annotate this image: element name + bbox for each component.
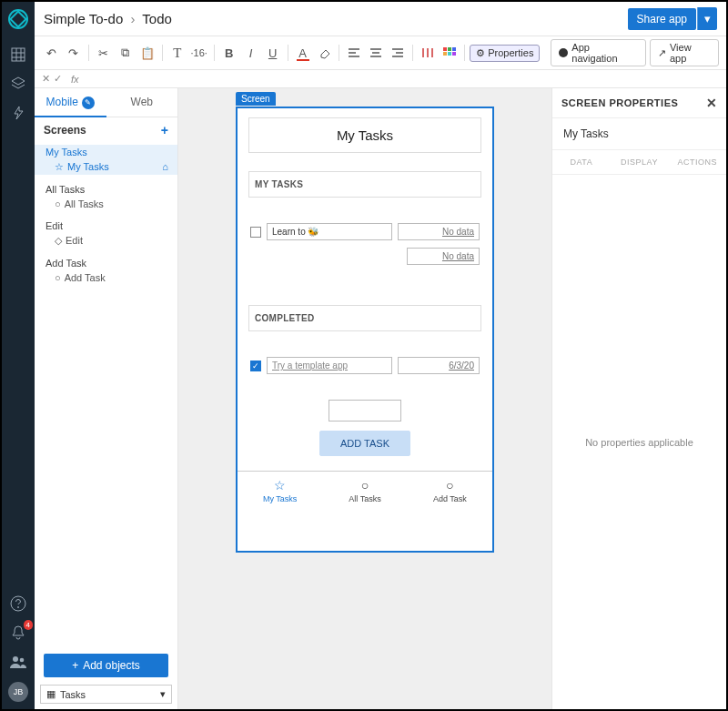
share-app-button[interactable]: Share app: [628, 8, 696, 30]
share-app-dropdown[interactable]: ▾: [697, 7, 717, 30]
accept-formula-icon[interactable]: ✓: [54, 73, 62, 85]
view-app-button[interactable]: ↗View app: [650, 39, 719, 66]
italic-button[interactable]: I: [241, 43, 261, 63]
toolbar: ↶ ↷ ✂ ⧉ 📋 T · 16 · B I U A ⚙Properties: [35, 36, 726, 70]
section-completed[interactable]: COMPLETED: [248, 305, 481, 331]
gear-icon: ⚙: [476, 47, 485, 59]
circle-icon: ○: [326, 478, 403, 493]
cancel-formula-icon[interactable]: ✕: [42, 73, 50, 85]
plus-icon: +: [72, 659, 78, 672]
tab-web[interactable]: Web: [106, 88, 178, 117]
align-right-icon[interactable]: [388, 43, 408, 63]
fill-color-button[interactable]: [315, 43, 335, 63]
svg-rect-0: [12, 48, 25, 61]
svg-point-9: [20, 658, 25, 663]
breadcrumb-app[interactable]: Simple To-do: [44, 11, 123, 26]
canvas: Screen My Tasks MY TASKS Learn to 🐝 No d…: [178, 88, 551, 709]
fx-label: fx: [71, 74, 79, 85]
layers-icon[interactable]: [9, 75, 27, 93]
close-panel-icon[interactable]: ✕: [706, 96, 718, 110]
task-meta[interactable]: No data: [398, 223, 480, 240]
breadcrumb-page: Todo: [142, 11, 172, 26]
prop-tab-data[interactable]: DATA: [552, 150, 611, 174]
task-row-completed[interactable]: ✓ Try a template app 6/3/20: [250, 357, 480, 374]
tree-node-alltasks[interactable]: All Tasks: [35, 182, 177, 197]
paste-icon[interactable]: 📋: [137, 43, 157, 63]
copy-icon[interactable]: ⧉: [116, 43, 136, 63]
add-objects-button[interactable]: +Add objects: [44, 654, 168, 677]
star-icon: ☆: [55, 161, 64, 173]
redo-icon[interactable]: ↷: [64, 43, 84, 63]
task-row[interactable]: Learn to 🐝 No data: [250, 223, 480, 240]
svg-rect-24: [452, 47, 456, 51]
people-icon[interactable]: [9, 653, 27, 671]
screen-tree: My Tasks ☆My Tasks⌂ All Tasks ○All Tasks…: [35, 143, 177, 287]
formula-bar: ✕ ✓ fx: [35, 70, 726, 88]
tree-node-alltasks-detail[interactable]: ○All Tasks: [35, 197, 177, 211]
svg-marker-5: [12, 77, 25, 85]
task-text-completed[interactable]: Try a template app: [267, 357, 392, 374]
app-navigation-button[interactable]: App navigation: [551, 39, 646, 66]
brand-logo-icon[interactable]: [8, 9, 28, 29]
tree-node-edit-detail[interactable]: ◇Edit: [35, 233, 177, 249]
task-date[interactable]: 6/3/20: [398, 357, 480, 374]
user-avatar[interactable]: JB: [8, 682, 28, 702]
bottom-nav: ☆My Tasks ○All Tasks ○Add Task: [238, 471, 492, 509]
section-my-tasks[interactable]: MY TASKS: [248, 171, 481, 198]
svg-rect-22: [443, 47, 447, 51]
grid-icon[interactable]: [9, 46, 27, 64]
svg-rect-23: [448, 47, 451, 51]
prop-tab-display[interactable]: DISPLAY: [611, 150, 669, 174]
circle-icon: ○: [411, 478, 489, 493]
svg-point-8: [13, 656, 18, 662]
cut-icon[interactable]: ✂: [94, 43, 114, 63]
tree-node-edit[interactable]: Edit: [35, 218, 177, 233]
table-selector[interactable]: ▦ Tasks ▾: [40, 685, 172, 704]
checkbox-checked[interactable]: ✓: [250, 361, 261, 371]
bold-button[interactable]: B: [219, 43, 239, 63]
properties-empty-state: No properties applicable: [552, 175, 726, 709]
tree-node-mytasks-detail[interactable]: ☆My Tasks⌂: [35, 159, 177, 175]
task-text[interactable]: Learn to 🐝: [267, 223, 392, 240]
svg-point-7: [18, 607, 19, 608]
font-icon[interactable]: T: [167, 43, 187, 63]
align-center-icon[interactable]: [366, 43, 386, 63]
columns-icon[interactable]: [418, 43, 438, 63]
text-color-button[interactable]: A: [293, 43, 313, 63]
tree-node-mytasks[interactable]: My Tasks: [35, 145, 177, 159]
underline-button[interactable]: U: [263, 43, 283, 63]
font-size-value[interactable]: · 16 ·: [189, 43, 209, 63]
add-screen-button[interactable]: +: [161, 123, 168, 137]
palette-icon[interactable]: [440, 43, 460, 63]
task-meta-2[interactable]: No data: [407, 248, 480, 265]
chevron-right-icon: ›: [130, 11, 135, 26]
tab-mobile[interactable]: Mobile✎: [35, 88, 106, 117]
nav-alltasks[interactable]: ○All Tasks: [322, 472, 407, 509]
circle-icon: ○: [55, 198, 61, 209]
svg-rect-25: [443, 52, 447, 56]
tree-node-addtask-detail[interactable]: ○Add Task: [35, 270, 177, 285]
help-icon[interactable]: [9, 594, 27, 613]
notifications-icon[interactable]: [9, 624, 27, 642]
nav-addtask[interactable]: ○Add Task: [408, 472, 492, 509]
properties-panel: SCREEN PROPERTIES ✕ My Tasks DATA DISPLA…: [551, 88, 726, 709]
prop-tab-actions[interactable]: ACTIONS: [668, 150, 726, 174]
undo-icon[interactable]: ↶: [42, 43, 62, 63]
breadcrumb: Simple To-do › Todo: [44, 11, 172, 26]
svg-rect-26: [448, 52, 451, 56]
properties-button[interactable]: ⚙Properties: [470, 45, 540, 62]
align-left-icon[interactable]: [344, 43, 364, 63]
screen-title[interactable]: My Tasks: [248, 117, 481, 153]
tree-node-addtask[interactable]: Add Task: [35, 256, 177, 270]
add-task-button[interactable]: ADD TASK: [319, 431, 410, 456]
device-preview[interactable]: My Tasks MY TASKS Learn to 🐝 No data No …: [236, 107, 494, 553]
nav-mytasks[interactable]: ☆My Tasks: [238, 472, 322, 509]
star-icon: ☆: [241, 478, 318, 493]
bolt-icon[interactable]: [9, 104, 27, 122]
left-rail: JB: [2, 2, 35, 709]
tag-icon: ◇: [55, 235, 62, 247]
table-icon: ▦: [46, 688, 56, 700]
edit-badge-icon: ✎: [82, 96, 95, 109]
checkbox-unchecked[interactable]: [250, 227, 261, 238]
new-task-input[interactable]: [329, 400, 401, 422]
